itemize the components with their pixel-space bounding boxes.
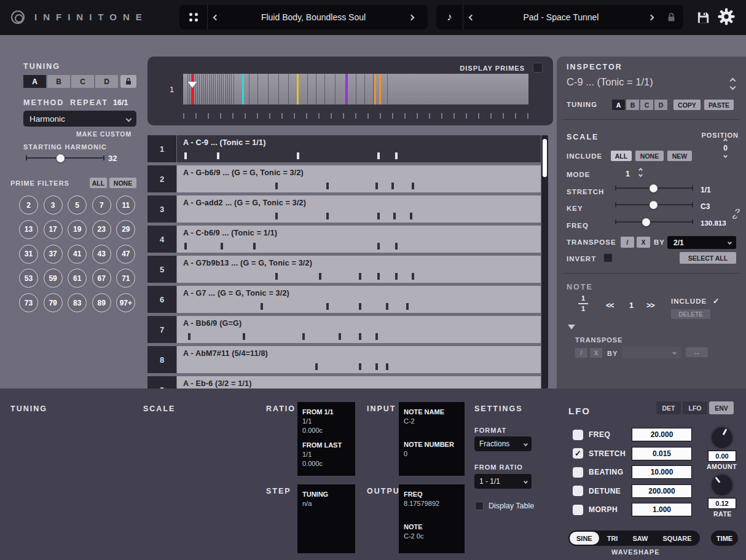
sequence-row-body[interactable]: A - C-b6/9 ... (Tonic = 1/1) — [177, 226, 541, 253]
save-button[interactable] — [696, 10, 710, 27]
prime-filters-all-button[interactable]: ALL — [90, 178, 107, 188]
prime-filter-17[interactable]: 17 — [44, 220, 63, 239]
include-new-button[interactable]: NEW — [667, 151, 692, 161]
slider-handle[interactable] — [650, 184, 658, 192]
tuning-lock-button[interactable] — [120, 75, 136, 88]
note-swap-button[interactable]: ↔ — [686, 347, 708, 357]
morph-checkbox[interactable] — [573, 505, 583, 515]
sequence-row-body[interactable]: A - G-b6/9 ... (G = G, Tonic = 3/2) — [177, 165, 541, 192]
note-transpose-multiply-button[interactable]: X — [590, 348, 602, 358]
key-freq-unlink-button[interactable] — [731, 209, 741, 221]
prime-filters-none-button[interactable]: NONE — [109, 178, 136, 188]
patch-prev-button[interactable] — [463, 15, 479, 20]
sequence-row-body[interactable]: A - Eb-6 (3/2 = 1/1) — [177, 376, 541, 388]
transpose-multiply-button[interactable]: X — [637, 237, 650, 248]
starting-harmonic-slider[interactable] — [26, 154, 104, 162]
patch-next-button[interactable] — [643, 15, 659, 20]
include-none-button[interactable]: NONE — [635, 151, 664, 161]
invert-checkbox[interactable] — [603, 253, 613, 262]
stretch-checkbox[interactable]: ✓ — [573, 448, 583, 459]
song-preset-title[interactable]: Fluid Body, Boundless Soul — [224, 12, 403, 22]
prime-filter-29[interactable]: 29 — [116, 220, 135, 239]
wave-square-button[interactable]: SQUARE — [656, 532, 698, 545]
slider-handle[interactable] — [57, 154, 65, 162]
note-next-button[interactable]: >> — [646, 301, 654, 310]
prime-filter-97+[interactable]: 97+ — [116, 293, 135, 312]
sequence-row-body[interactable]: A - G7b9b13 ... (G = G, Tonic = 3/2) — [177, 256, 541, 283]
patch-preset-title[interactable]: Pad - Space Tunnel — [479, 12, 643, 22]
display-table-checkbox[interactable] — [475, 502, 484, 510]
detune-value-field[interactable]: 200.000 — [632, 484, 692, 498]
lfo-tab-lfo[interactable]: LFO — [683, 401, 707, 414]
freq-value-field[interactable]: 20.000 — [632, 428, 692, 441]
prime-filter-47[interactable]: 47 — [116, 245, 135, 264]
chevron-up-icon[interactable] — [638, 168, 643, 172]
prime-filter-43[interactable]: 43 — [92, 245, 111, 264]
sequence-row-body[interactable]: A - AbM7#11 (5/4=11/8) — [177, 346, 541, 373]
freq-value[interactable]: 130.813 — [701, 219, 726, 227]
settings-button[interactable] — [718, 8, 735, 28]
starting-harmonic-value[interactable]: 32 — [108, 154, 117, 163]
note-index-value[interactable]: 1 — [629, 301, 634, 310]
mode-stepper[interactable] — [639, 168, 642, 176]
sequence-row[interactable]: 1A - C-9 ... (Tonic = 1/1) — [147, 135, 541, 162]
tuning-tab-d[interactable]: D — [95, 75, 118, 88]
prime-filter-13[interactable]: 13 — [19, 220, 38, 239]
wave-tri-button[interactable]: TRI — [600, 532, 625, 545]
amount-value-field[interactable]: 0.00 — [708, 451, 736, 462]
morph-value-field[interactable]: 1.000 — [632, 503, 692, 516]
key-value[interactable]: C3 — [701, 202, 710, 211]
prime-filter-3[interactable]: 3 — [44, 195, 63, 215]
prime-filter-11[interactable]: 11 — [116, 195, 135, 215]
prime-filter-37[interactable]: 37 — [44, 245, 63, 264]
preset-browser-button[interactable] — [179, 5, 208, 30]
note-delete-button[interactable]: DELETE — [671, 309, 710, 319]
tuning-tab-c[interactable]: C — [71, 75, 94, 88]
method-dropdown[interactable]: Harmonic — [23, 111, 136, 127]
key-slider[interactable] — [615, 201, 693, 209]
prime-filter-83[interactable]: 83 — [68, 293, 87, 312]
stretch-value[interactable]: 1/1 — [701, 186, 711, 194]
prime-filter-59[interactable]: 59 — [44, 269, 63, 288]
mode-value[interactable]: 1 — [626, 170, 630, 178]
repeat-value[interactable]: 16/1 — [113, 98, 128, 107]
prime-filter-2[interactable]: 2 — [19, 195, 38, 215]
format-dropdown[interactable]: Fractions — [474, 436, 532, 451]
tuning-tab-c[interactable]: C — [640, 100, 653, 110]
make-custom-link[interactable]: MAKE CUSTOM — [76, 130, 132, 138]
sequence-row[interactable]: 2A - G-b6/9 ... (G = G, Tonic = 3/2) — [147, 165, 541, 192]
patch-lock-button[interactable] — [659, 12, 683, 22]
slider-handle[interactable] — [642, 218, 650, 226]
patch-browser-button[interactable]: ♪ — [436, 5, 463, 30]
beating-value-field[interactable]: 10.000 — [632, 465, 692, 479]
sequence-row-body[interactable]: A - Bb6/9 (G=G) — [177, 316, 541, 343]
sequence-scrollbar-thumb[interactable] — [543, 139, 547, 177]
sequence-row[interactable]: 4A - C-b6/9 ... (Tonic = 1/1) — [147, 226, 541, 253]
prime-filter-61[interactable]: 61 — [68, 269, 87, 288]
song-prev-button[interactable] — [208, 15, 224, 20]
amount-knob[interactable] — [710, 425, 734, 450]
tuning-tab-d[interactable]: D — [654, 100, 667, 110]
from-ratio-dropdown[interactable]: 1 - 1/1 — [474, 474, 532, 489]
prime-filter-23[interactable]: 23 — [92, 220, 111, 239]
prime-filter-5[interactable]: 5 — [68, 195, 87, 215]
slider-handle[interactable] — [650, 201, 658, 209]
harmonic-strip[interactable] — [183, 74, 528, 105]
prime-filter-41[interactable]: 41 — [68, 245, 87, 264]
transpose-divide-button[interactable]: / — [621, 237, 634, 248]
lfo-tab-env[interactable]: ENV — [709, 401, 734, 414]
transpose-by-dropdown[interactable]: 2/1 — [667, 236, 736, 249]
rate-value-field[interactable]: 0.12 — [708, 498, 736, 509]
chevron-down-icon[interactable] — [723, 154, 728, 158]
tuning-tab-a[interactable]: A — [612, 100, 625, 110]
selection-stepper[interactable] — [731, 79, 735, 89]
wave-saw-button[interactable]: SAW — [626, 532, 654, 545]
sequence-row[interactable]: 7A - Bb6/9 (G=G) — [147, 316, 541, 343]
chevron-down-icon[interactable] — [730, 84, 736, 90]
paste-button[interactable]: PASTE — [704, 100, 734, 110]
prime-filter-79[interactable]: 79 — [44, 293, 63, 312]
note-ratio-fraction[interactable]: 1 1 — [578, 295, 589, 312]
sequence-row[interactable]: 5A - G7b9b13 ... (G = G, Tonic = 3/2) — [147, 256, 541, 283]
time-button[interactable]: TIME — [711, 530, 738, 546]
freq-checkbox[interactable] — [573, 430, 583, 440]
